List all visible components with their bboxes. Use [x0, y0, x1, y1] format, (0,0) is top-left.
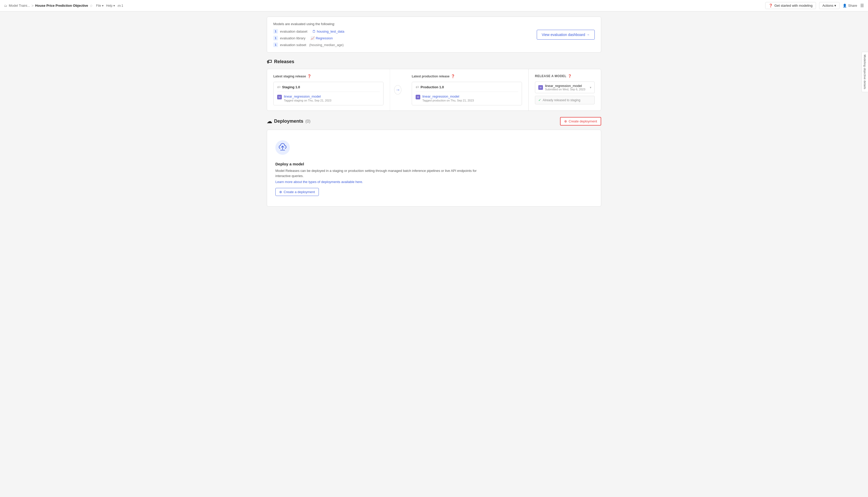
staging-tag-name: Staging 1.0 [282, 85, 300, 89]
evaluation-action: View evaluation dashboard → [533, 30, 595, 40]
releases-section: 🏷 Releases Latest staging release ❓ 🏷 St… [267, 59, 601, 111]
staging-model-info: linear_regression_model Tagged staging o… [284, 95, 380, 102]
deploy-empty-description: Model Releases can be deployed in a stag… [275, 168, 477, 178]
eval-item-dataset: 1 evaluation dataset 🗒 housing_test_data [273, 29, 526, 34]
breadcrumb-star-icon[interactable]: ☆ [89, 4, 93, 8]
breadcrumb-parent-icon: 🗂 [4, 4, 7, 8]
latest-staging-column: Latest staging release ❓ 🏷 Staging 1.0 M… [267, 69, 390, 111]
staging-model-name[interactable]: linear_regression_model [284, 95, 380, 98]
nav-file[interactable]: File ▾ [96, 4, 103, 8]
evaluation-info: Models are evaluated using the following… [273, 22, 526, 47]
actions-label: Actions [823, 4, 834, 8]
create-deployment-small-plus-icon: ⊕ [279, 190, 282, 194]
production-label-text: Latest production release [412, 74, 450, 78]
eval-label-library: evaluation library [280, 36, 305, 40]
nav-sub-items: File ▾ Help ▾ 🗃 1 [96, 4, 123, 8]
production-model-name[interactable]: linear_regression_model [422, 95, 518, 98]
eval-subset-value: (housing_median_age) [308, 43, 344, 47]
create-deployment-header-button[interactable]: ⊕ Create deployment [560, 117, 601, 126]
deploy-learn-link[interactable]: Learn more about the types of deployment… [275, 180, 363, 184]
release-model-title: RELEASE A MODEL ❓ [535, 74, 595, 78]
production-tag-icon: 🏷 [416, 85, 419, 89]
production-model-sub: Tagged production on Thu, Sep 21, 2023 [422, 99, 518, 102]
production-tag-row: 🏷 Production 1.0 [416, 85, 518, 92]
actions-button[interactable]: Actions ▾ [819, 2, 840, 9]
releases-section-title: 🏷 Releases [267, 59, 601, 65]
eval-dataset-link[interactable]: 🗒 housing_test_data [313, 29, 344, 33]
share-button[interactable]: 👤 Share [843, 4, 857, 8]
staging-tag-icon: 🏷 [277, 85, 280, 89]
eval-label-dataset: evaluation dataset [280, 29, 307, 33]
create-deployment-small-label: Create a deployment [284, 190, 315, 194]
breadcrumb-separator: > [32, 4, 34, 8]
staging-release-box: 🏷 Staging 1.0 M linear_regression_model … [273, 82, 384, 105]
staging-model-row: M linear_regression_model Tagged staging… [277, 95, 380, 102]
already-released-text: Already released to staging [543, 98, 580, 102]
breadcrumb: 🗂 Model Traini... > House Price Predicti… [4, 4, 93, 8]
help-circle-icon: ❓ [769, 4, 773, 8]
release-model-selector[interactable]: M linear_regression_model Submitted on W… [535, 82, 595, 93]
staging-label: Latest staging release ❓ [273, 74, 384, 78]
dataset-icon: 🗒 [313, 29, 316, 33]
get-started-button[interactable]: ❓ Get started with modeling [765, 2, 816, 9]
deployments-section: ☁ Deployments (0) ⊕ Create deployment De… [267, 117, 601, 207]
deploy-empty-title: Deploy a model [275, 162, 593, 166]
production-model-icon: M [416, 95, 420, 99]
evaluation-list: 1 evaluation dataset 🗒 housing_test_data… [273, 29, 526, 47]
releases-card: Latest staging release ❓ 🏷 Staging 1.0 M… [267, 69, 601, 111]
breadcrumb-parent[interactable]: Model Traini... [9, 4, 30, 8]
release-model-title-text: RELEASE A MODEL [535, 74, 566, 78]
eval-library-link[interactable]: 📈 Regression [310, 36, 333, 40]
check-icon: ✓ [538, 98, 541, 102]
breadcrumb-current: House Price Prediction Objective [35, 4, 88, 8]
eval-library-link-text: Regression [316, 36, 333, 40]
view-evaluation-dashboard-button[interactable]: View evaluation dashboard → [537, 30, 595, 40]
create-deployment-header-label: Create deployment [568, 119, 597, 123]
production-model-info: linear_regression_model Tagged productio… [422, 95, 518, 102]
production-label: Latest production release ❓ [412, 74, 522, 78]
main-content: Models are evaluated using the following… [261, 11, 607, 218]
nav-right-actions: ❓ Get started with modeling Actions ▾ 👤 … [765, 2, 864, 9]
eval-dataset-link-text: housing_test_data [317, 29, 344, 33]
production-model-row: M linear_regression_model Tagged product… [416, 95, 518, 102]
top-navigation: 🗂 Model Traini... > House Price Predicti… [0, 0, 868, 11]
release-selector-model-sub: Submitted on Wed, Sep 6, 2023 [545, 88, 588, 91]
create-deployment-empty-button[interactable]: ⊕ Create a deployment [275, 188, 319, 196]
staging-model-sub: Tagged staging on Thu, Sep 21, 2023 [284, 99, 380, 102]
releases-title-text: Releases [274, 59, 294, 65]
already-released-staging: ✓ Already released to staging [535, 96, 595, 104]
releases-tag-icon: 🏷 [267, 59, 272, 65]
staging-label-text: Latest staging release [273, 74, 306, 78]
create-deployment-plus-icon: ⊕ [564, 119, 567, 123]
staging-model-icon: M [277, 95, 282, 99]
deployments-section-title: ☁ Deployments (0) [267, 118, 310, 125]
production-release-box: 🏷 Production 1.0 M linear_regression_mod… [412, 82, 522, 105]
latest-production-column: Latest production release ❓ 🏷 Production… [406, 69, 529, 111]
hamburger-menu-icon[interactable]: ☰ [860, 3, 864, 8]
release-model-help-icon[interactable]: ❓ [568, 74, 572, 78]
eval-num-1: 1 [273, 29, 278, 34]
deploy-upload-cloud-icon [275, 140, 593, 158]
share-icon: 👤 [843, 4, 847, 8]
promote-to-production-button[interactable]: → [394, 85, 401, 95]
deployments-cloud-icon: ☁ [267, 118, 272, 125]
nav-grid[interactable]: 🗃 1 [117, 4, 123, 8]
side-panel-label[interactable]: Modeling objective details [862, 52, 868, 92]
staging-help-icon[interactable]: ❓ [307, 74, 311, 78]
deployments-count: (0) [305, 119, 310, 124]
release-selector-info: linear_regression_model Submitted on Wed… [545, 84, 588, 91]
eval-item-library: 1 evaluation library 📈 Regression [273, 36, 526, 40]
library-icon: 📈 [310, 36, 315, 40]
chevron-down-icon: ▾ [590, 86, 591, 89]
release-model-column: RELEASE A MODEL ❓ M linear_regression_mo… [529, 69, 601, 111]
eval-label-subset: evaluation subset [280, 43, 306, 47]
production-help-icon[interactable]: ❓ [451, 74, 455, 78]
eval-num-2: 1 [273, 36, 278, 40]
share-label: Share [848, 4, 857, 8]
nav-help[interactable]: Help ▾ [106, 4, 115, 8]
deployments-title-text: Deployments [274, 118, 303, 124]
view-dashboard-label: View evaluation dashboard → [542, 33, 590, 37]
evaluation-grid: Models are evaluated using the following… [273, 22, 595, 47]
actions-chevron-icon: ▾ [834, 4, 836, 8]
deployments-header: ☁ Deployments (0) ⊕ Create deployment [267, 117, 601, 126]
